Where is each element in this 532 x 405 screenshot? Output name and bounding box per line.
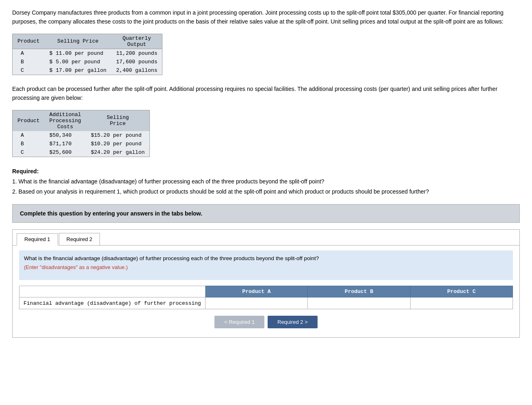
required-label: Required: — [12, 168, 39, 174]
middle-text: Each product can be processed further af… — [12, 84, 520, 103]
input-product-b[interactable] — [308, 297, 410, 309]
table-cell: $71,170 — [45, 140, 86, 148]
table-cell: 17,600 pounds — [111, 58, 162, 66]
table-row: A$ 11.00 per pound11,200 pounds — [13, 49, 162, 58]
answer-table: Product A Product B Product C Financial … — [19, 286, 513, 309]
table-cell: $ 11.00 per pound — [45, 49, 111, 58]
input-product-a[interactable] — [205, 297, 307, 309]
table-cell: C — [13, 148, 45, 157]
answer-table-header-row: Product A Product B Product C — [19, 286, 513, 297]
tab1-question: What is the financial advantage (disadva… — [24, 254, 508, 263]
table-row: C$25,600$24.20 per gallon — [13, 148, 150, 157]
answer-row-label: Financial advantage (disadvantage) of fu… — [19, 297, 205, 309]
table1: Product Selling Price QuarterlyOutput A$… — [12, 34, 162, 75]
table2-header-row: Product AdditionalProcessingCosts Sellin… — [13, 110, 150, 131]
next-button[interactable]: Required 2 > — [268, 316, 318, 328]
tab-required2[interactable]: Required 2 — [59, 233, 100, 245]
table2: Product AdditionalProcessingCosts Sellin… — [12, 110, 150, 157]
table-cell: 11,200 pounds — [111, 49, 162, 58]
table-cell: $50,340 — [45, 131, 86, 140]
tab1-content: What is the financial advantage (disadva… — [13, 246, 519, 337]
table1-col3-header: QuarterlyOutput — [111, 34, 162, 49]
table-row: C$ 17.00 per gallon2,400 gallons — [13, 66, 162, 75]
answer-col1-header: Product A — [205, 286, 307, 297]
table-cell: $ 17.00 per gallon — [45, 66, 111, 75]
table-cell: 2,400 gallons — [111, 66, 162, 75]
table2-col2-header: AdditionalProcessingCosts — [45, 110, 86, 131]
required-q2: 2. Based on your analysis in requirement… — [12, 188, 429, 195]
tab-buttons-row: Required 1 Required 2 — [13, 230, 519, 246]
table2-col3-header: SellingPrice — [86, 110, 150, 131]
answer-section: Product A Product B Product C Financial … — [19, 286, 513, 309]
table-cell: A — [13, 131, 45, 140]
table1-col2-header: Selling Price — [45, 34, 111, 49]
tabs-outer: Required 1 Required 2 What is the financ… — [12, 229, 520, 338]
table-cell: A — [13, 49, 45, 58]
tab-required1[interactable]: Required 1 — [17, 233, 58, 246]
tab1-note: (Enter "disadvantages" as a negative val… — [24, 264, 508, 270]
table-row: A$50,340$15.20 per pound — [13, 131, 150, 140]
answer-col3-header: Product C — [410, 286, 513, 297]
tab1-question-box: What is the financial advantage (disadva… — [19, 250, 513, 280]
table2-container: Product AdditionalProcessingCosts Sellin… — [12, 110, 150, 157]
complete-box: Complete this question by entering your … — [12, 204, 520, 223]
table-cell: $ 5.00 per pound — [45, 58, 111, 66]
required-q1: 1. What is the financial advantage (disa… — [12, 178, 324, 185]
table-cell: $10.20 per pound — [86, 140, 150, 148]
answer-input-c[interactable] — [410, 297, 513, 309]
nav-buttons: < Required 1 Required 2 > — [19, 316, 513, 332]
intro-text: Dorsey Company manufactures three produc… — [12, 8, 520, 26]
answer-input-b[interactable] — [308, 297, 410, 309]
table1-header-row: Product Selling Price QuarterlyOutput — [13, 34, 162, 49]
complete-box-text: Complete this question by entering your … — [20, 210, 202, 217]
input-product-c[interactable] — [411, 297, 513, 309]
table-cell: B — [13, 140, 45, 148]
prev-button[interactable]: < Required 1 — [214, 316, 264, 328]
required-section: Required: 1. What is the financial advan… — [12, 166, 520, 197]
table-row: B$ 5.00 per pound17,600 pounds — [13, 58, 162, 66]
table-cell: $25,600 — [45, 148, 86, 157]
answer-row: Financial advantage (disadvantage) of fu… — [19, 297, 513, 309]
table-cell: C — [13, 66, 45, 75]
table2-col1-header: Product — [13, 110, 45, 131]
table-cell: $15.20 per pound — [86, 131, 150, 140]
answer-col0-header — [19, 286, 205, 297]
table-row: B$71,170$10.20 per pound — [13, 140, 150, 148]
answer-col2-header: Product B — [308, 286, 410, 297]
table-cell: B — [13, 58, 45, 66]
table-cell: $24.20 per gallon — [86, 148, 150, 157]
answer-input-a[interactable] — [205, 297, 307, 309]
table1-container: Product Selling Price QuarterlyOutput A$… — [12, 34, 162, 75]
table1-col1-header: Product — [13, 34, 45, 49]
